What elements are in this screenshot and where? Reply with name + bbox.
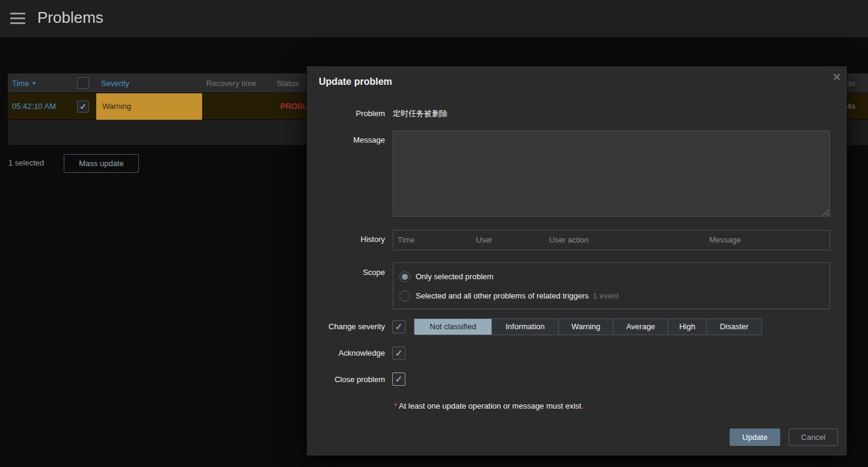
severity-option-not-classified[interactable]: Not classified <box>414 319 491 335</box>
message-label: Message <box>307 135 385 145</box>
acknowledge-label: Acknowledge <box>307 348 385 358</box>
update-problem-dialog: Update problem ✕ Problem 定时任务被删除 Message… <box>307 66 847 456</box>
close-problem-label: Close problem <box>307 375 385 385</box>
column-header-recovery-time: Recovery time <box>206 73 256 93</box>
column-header-time[interactable]: Time▼ <box>12 73 36 93</box>
history-col-user-action: User action <box>549 230 589 250</box>
hamburger-menu-icon[interactable] <box>10 13 25 24</box>
selected-count: 1 selected <box>8 158 44 167</box>
column-header-status: Status <box>277 73 299 93</box>
check-icon: ✓ <box>79 102 87 111</box>
radio-unselected-icon[interactable] <box>399 291 410 302</box>
close-problem-checkbox[interactable]: ✓ <box>392 373 405 386</box>
history-col-user: User <box>476 230 492 250</box>
acknowledge-checkbox[interactable]: ✓ <box>392 347 405 360</box>
select-all-checkbox[interactable] <box>77 77 89 89</box>
check-icon: ✓ <box>395 321 403 332</box>
column-header-severity[interactable]: Severity <box>101 73 129 93</box>
screen: Problems Time▼ Severity Recovery time St… <box>0 0 868 467</box>
scope-option-related-triggers[interactable]: Selected and all other problems of relat… <box>399 290 619 301</box>
change-severity-checkbox[interactable]: ✓ <box>392 320 405 333</box>
severity-segmented-control: Not classified Information Warning Avera… <box>414 318 762 335</box>
problem-time-link[interactable]: 05:42:10 AM <box>12 93 56 120</box>
scope-label: Scope <box>307 268 385 277</box>
update-button[interactable]: Update <box>730 428 780 446</box>
page-title: Problems <box>37 8 103 27</box>
severity-option-disaster[interactable]: Disaster <box>706 319 762 335</box>
row-checkbox[interactable]: ✓ <box>77 101 89 113</box>
mass-update-button[interactable]: Mass update <box>64 154 139 173</box>
severity-option-high[interactable]: High <box>668 319 706 335</box>
severity-option-average[interactable]: Average <box>613 319 668 335</box>
severity-option-warning[interactable]: Warning <box>558 319 613 335</box>
dialog-title: Update problem <box>319 76 392 87</box>
severity-option-information[interactable]: Information <box>491 319 558 335</box>
check-icon: ✓ <box>395 348 403 358</box>
top-bar: Problems <box>0 0 868 37</box>
severity-cell: Warning <box>96 93 202 120</box>
close-icon[interactable]: ✕ <box>829 70 845 85</box>
history-label: History <box>307 235 385 244</box>
scope-group: Only selected problem Selected and all o… <box>393 262 830 309</box>
radio-selected-icon[interactable] <box>399 271 410 282</box>
validation-note: * At least one update operation or messa… <box>394 401 583 411</box>
history-table: Time User User action Message <box>393 230 830 250</box>
history-col-time: Time <box>398 230 414 250</box>
message-textarea[interactable] <box>393 131 830 216</box>
cancel-button[interactable]: Cancel <box>789 428 838 446</box>
message-textarea-wrap <box>393 131 830 217</box>
scope-option-only-selected[interactable]: Only selected problem <box>399 271 493 282</box>
history-col-message: Message <box>709 230 741 250</box>
problem-value: 定时任务被删除 <box>393 109 448 119</box>
problem-label: Problem <box>307 109 385 119</box>
change-severity-label: Change severity <box>307 322 385 332</box>
scope-event-count: 1 event <box>591 291 618 300</box>
check-icon: ✓ <box>395 374 403 384</box>
duration-cell: 4s <box>847 93 855 120</box>
sort-desc-icon: ▼ <box>31 81 36 86</box>
